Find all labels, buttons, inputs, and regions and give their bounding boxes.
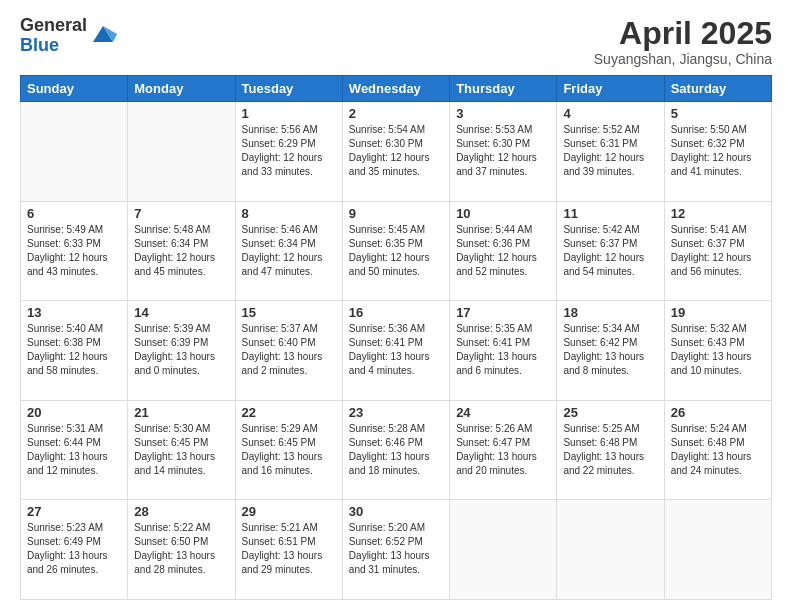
logo-icon bbox=[89, 20, 117, 48]
calendar-cell: 7Sunrise: 5:48 AM Sunset: 6:34 PM Daylig… bbox=[128, 201, 235, 301]
weekday-header-tuesday: Tuesday bbox=[235, 76, 342, 102]
calendar-cell: 24Sunrise: 5:26 AM Sunset: 6:47 PM Dayli… bbox=[450, 400, 557, 500]
calendar-cell: 23Sunrise: 5:28 AM Sunset: 6:46 PM Dayli… bbox=[342, 400, 449, 500]
calendar-cell: 19Sunrise: 5:32 AM Sunset: 6:43 PM Dayli… bbox=[664, 301, 771, 401]
cell-info: Sunrise: 5:22 AM Sunset: 6:50 PM Dayligh… bbox=[134, 521, 228, 577]
calendar-cell: 2Sunrise: 5:54 AM Sunset: 6:30 PM Daylig… bbox=[342, 102, 449, 202]
calendar-cell: 30Sunrise: 5:20 AM Sunset: 6:52 PM Dayli… bbox=[342, 500, 449, 600]
calendar-cell: 26Sunrise: 5:24 AM Sunset: 6:48 PM Dayli… bbox=[664, 400, 771, 500]
day-number: 13 bbox=[27, 305, 121, 320]
cell-info: Sunrise: 5:29 AM Sunset: 6:45 PM Dayligh… bbox=[242, 422, 336, 478]
cell-info: Sunrise: 5:30 AM Sunset: 6:45 PM Dayligh… bbox=[134, 422, 228, 478]
calendar-cell: 20Sunrise: 5:31 AM Sunset: 6:44 PM Dayli… bbox=[21, 400, 128, 500]
day-number: 26 bbox=[671, 405, 765, 420]
cell-info: Sunrise: 5:44 AM Sunset: 6:36 PM Dayligh… bbox=[456, 223, 550, 279]
day-number: 28 bbox=[134, 504, 228, 519]
cell-info: Sunrise: 5:28 AM Sunset: 6:46 PM Dayligh… bbox=[349, 422, 443, 478]
calendar-cell: 5Sunrise: 5:50 AM Sunset: 6:32 PM Daylig… bbox=[664, 102, 771, 202]
cell-info: Sunrise: 5:39 AM Sunset: 6:39 PM Dayligh… bbox=[134, 322, 228, 378]
cell-info: Sunrise: 5:52 AM Sunset: 6:31 PM Dayligh… bbox=[563, 123, 657, 179]
calendar-table: SundayMondayTuesdayWednesdayThursdayFrid… bbox=[20, 75, 772, 600]
cell-info: Sunrise: 5:50 AM Sunset: 6:32 PM Dayligh… bbox=[671, 123, 765, 179]
calendar-cell: 9Sunrise: 5:45 AM Sunset: 6:35 PM Daylig… bbox=[342, 201, 449, 301]
day-number: 27 bbox=[27, 504, 121, 519]
cell-info: Sunrise: 5:20 AM Sunset: 6:52 PM Dayligh… bbox=[349, 521, 443, 577]
cell-info: Sunrise: 5:46 AM Sunset: 6:34 PM Dayligh… bbox=[242, 223, 336, 279]
calendar-header-row: SundayMondayTuesdayWednesdayThursdayFrid… bbox=[21, 76, 772, 102]
calendar-cell: 4Sunrise: 5:52 AM Sunset: 6:31 PM Daylig… bbox=[557, 102, 664, 202]
location-subtitle: Suyangshan, Jiangsu, China bbox=[594, 51, 772, 67]
calendar-cell bbox=[557, 500, 664, 600]
calendar-cell: 21Sunrise: 5:30 AM Sunset: 6:45 PM Dayli… bbox=[128, 400, 235, 500]
day-number: 1 bbox=[242, 106, 336, 121]
calendar-cell: 29Sunrise: 5:21 AM Sunset: 6:51 PM Dayli… bbox=[235, 500, 342, 600]
day-number: 7 bbox=[134, 206, 228, 221]
day-number: 9 bbox=[349, 206, 443, 221]
cell-info: Sunrise: 5:48 AM Sunset: 6:34 PM Dayligh… bbox=[134, 223, 228, 279]
day-number: 18 bbox=[563, 305, 657, 320]
logo: General Blue bbox=[20, 16, 117, 56]
weekday-header-wednesday: Wednesday bbox=[342, 76, 449, 102]
day-number: 17 bbox=[456, 305, 550, 320]
calendar-cell: 13Sunrise: 5:40 AM Sunset: 6:38 PM Dayli… bbox=[21, 301, 128, 401]
calendar-cell bbox=[664, 500, 771, 600]
day-number: 16 bbox=[349, 305, 443, 320]
day-number: 14 bbox=[134, 305, 228, 320]
logo-text: General Blue bbox=[20, 16, 87, 56]
cell-info: Sunrise: 5:42 AM Sunset: 6:37 PM Dayligh… bbox=[563, 223, 657, 279]
cell-info: Sunrise: 5:36 AM Sunset: 6:41 PM Dayligh… bbox=[349, 322, 443, 378]
weekday-header-friday: Friday bbox=[557, 76, 664, 102]
calendar-cell: 3Sunrise: 5:53 AM Sunset: 6:30 PM Daylig… bbox=[450, 102, 557, 202]
day-number: 12 bbox=[671, 206, 765, 221]
page: General Blue April 2025 Suyangshan, Jian… bbox=[0, 0, 792, 612]
weekday-header-monday: Monday bbox=[128, 76, 235, 102]
calendar-cell: 22Sunrise: 5:29 AM Sunset: 6:45 PM Dayli… bbox=[235, 400, 342, 500]
calendar-cell: 6Sunrise: 5:49 AM Sunset: 6:33 PM Daylig… bbox=[21, 201, 128, 301]
day-number: 24 bbox=[456, 405, 550, 420]
cell-info: Sunrise: 5:31 AM Sunset: 6:44 PM Dayligh… bbox=[27, 422, 121, 478]
day-number: 23 bbox=[349, 405, 443, 420]
header: General Blue April 2025 Suyangshan, Jian… bbox=[20, 16, 772, 67]
cell-info: Sunrise: 5:53 AM Sunset: 6:30 PM Dayligh… bbox=[456, 123, 550, 179]
cell-info: Sunrise: 5:24 AM Sunset: 6:48 PM Dayligh… bbox=[671, 422, 765, 478]
calendar-cell: 15Sunrise: 5:37 AM Sunset: 6:40 PM Dayli… bbox=[235, 301, 342, 401]
day-number: 4 bbox=[563, 106, 657, 121]
calendar-week-3: 13Sunrise: 5:40 AM Sunset: 6:38 PM Dayli… bbox=[21, 301, 772, 401]
cell-info: Sunrise: 5:23 AM Sunset: 6:49 PM Dayligh… bbox=[27, 521, 121, 577]
cell-info: Sunrise: 5:49 AM Sunset: 6:33 PM Dayligh… bbox=[27, 223, 121, 279]
calendar-cell: 27Sunrise: 5:23 AM Sunset: 6:49 PM Dayli… bbox=[21, 500, 128, 600]
day-number: 5 bbox=[671, 106, 765, 121]
logo-general: General bbox=[20, 16, 87, 36]
day-number: 20 bbox=[27, 405, 121, 420]
calendar-cell: 16Sunrise: 5:36 AM Sunset: 6:41 PM Dayli… bbox=[342, 301, 449, 401]
day-number: 2 bbox=[349, 106, 443, 121]
calendar-cell: 28Sunrise: 5:22 AM Sunset: 6:50 PM Dayli… bbox=[128, 500, 235, 600]
calendar-cell: 14Sunrise: 5:39 AM Sunset: 6:39 PM Dayli… bbox=[128, 301, 235, 401]
day-number: 25 bbox=[563, 405, 657, 420]
calendar-week-4: 20Sunrise: 5:31 AM Sunset: 6:44 PM Dayli… bbox=[21, 400, 772, 500]
day-number: 22 bbox=[242, 405, 336, 420]
cell-info: Sunrise: 5:26 AM Sunset: 6:47 PM Dayligh… bbox=[456, 422, 550, 478]
cell-info: Sunrise: 5:56 AM Sunset: 6:29 PM Dayligh… bbox=[242, 123, 336, 179]
cell-info: Sunrise: 5:32 AM Sunset: 6:43 PM Dayligh… bbox=[671, 322, 765, 378]
cell-info: Sunrise: 5:41 AM Sunset: 6:37 PM Dayligh… bbox=[671, 223, 765, 279]
calendar-cell bbox=[450, 500, 557, 600]
cell-info: Sunrise: 5:54 AM Sunset: 6:30 PM Dayligh… bbox=[349, 123, 443, 179]
calendar-cell: 17Sunrise: 5:35 AM Sunset: 6:41 PM Dayli… bbox=[450, 301, 557, 401]
day-number: 29 bbox=[242, 504, 336, 519]
calendar-week-2: 6Sunrise: 5:49 AM Sunset: 6:33 PM Daylig… bbox=[21, 201, 772, 301]
weekday-header-thursday: Thursday bbox=[450, 76, 557, 102]
calendar-cell: 1Sunrise: 5:56 AM Sunset: 6:29 PM Daylig… bbox=[235, 102, 342, 202]
cell-info: Sunrise: 5:34 AM Sunset: 6:42 PM Dayligh… bbox=[563, 322, 657, 378]
month-title: April 2025 bbox=[594, 16, 772, 51]
title-block: April 2025 Suyangshan, Jiangsu, China bbox=[594, 16, 772, 67]
weekday-header-sunday: Sunday bbox=[21, 76, 128, 102]
calendar-week-5: 27Sunrise: 5:23 AM Sunset: 6:49 PM Dayli… bbox=[21, 500, 772, 600]
cell-info: Sunrise: 5:40 AM Sunset: 6:38 PM Dayligh… bbox=[27, 322, 121, 378]
day-number: 30 bbox=[349, 504, 443, 519]
calendar-cell: 18Sunrise: 5:34 AM Sunset: 6:42 PM Dayli… bbox=[557, 301, 664, 401]
calendar-cell: 12Sunrise: 5:41 AM Sunset: 6:37 PM Dayli… bbox=[664, 201, 771, 301]
cell-info: Sunrise: 5:25 AM Sunset: 6:48 PM Dayligh… bbox=[563, 422, 657, 478]
day-number: 10 bbox=[456, 206, 550, 221]
cell-info: Sunrise: 5:45 AM Sunset: 6:35 PM Dayligh… bbox=[349, 223, 443, 279]
